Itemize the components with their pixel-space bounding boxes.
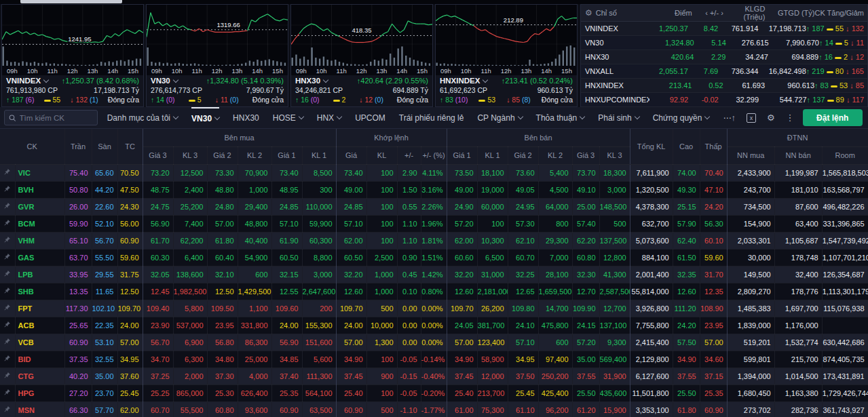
ask-price-1[interactable]: 34.90: [447, 351, 477, 368]
bid-price-3[interactable]: 56.90: [143, 215, 173, 232]
ask-price-2[interactable]: 12.65: [508, 283, 538, 300]
ask-price-1[interactable]: 32.20: [447, 266, 477, 283]
bid-price-1[interactable]: 24.00: [271, 317, 302, 334]
index-row-vn30[interactable]: VN301,324.805.14276.6157,990.670↑ 14 5 ↓…: [581, 36, 867, 50]
ask-price-1[interactable]: 62.00: [447, 232, 477, 249]
bid-price-1[interactable]: 61.90: [271, 232, 302, 249]
bid-price-3[interactable]: 48.75: [143, 181, 173, 198]
ask-price-3[interactable]: 12.70: [572, 283, 599, 300]
pin-icon[interactable]: [0, 266, 15, 283]
match-price[interactable]: 57.10: [336, 215, 366, 232]
bid-price-2[interactable]: 60.40: [207, 249, 238, 266]
ask-price-1[interactable]: 61.00: [447, 401, 477, 417]
bid-price-1[interactable]: 37.40: [271, 368, 302, 384]
ask-price-3[interactable]: 62.20: [572, 232, 599, 249]
match-price[interactable]: 24.00: [336, 317, 366, 334]
pin-icon[interactable]: [0, 283, 15, 300]
bid-price-1[interactable]: 48.95: [271, 181, 302, 198]
ask-price-2[interactable]: 109.80: [508, 300, 538, 317]
ask-price-3[interactable]: 73.70: [572, 164, 599, 181]
bid-price-1[interactable]: 25.35: [271, 384, 302, 401]
match-price[interactable]: 24.85: [336, 198, 366, 215]
index-row-hnx30[interactable]: HNX30420.642.2934.247694.889↑ 16 2 ↓ 12: [581, 50, 867, 64]
bid-price-2[interactable]: 24.80: [207, 198, 238, 215]
index-row-vnindex[interactable]: VNINDEX1,250.378.42761.91417,198.713↑ 18…: [581, 22, 867, 36]
ask-price-3[interactable]: 35.00: [572, 351, 599, 368]
ticker-cell[interactable]: GVR: [15, 198, 64, 215]
index-row-vnxall[interactable]: VNXALL2,055.177.69736.34416,842.498↑ 219…: [581, 64, 867, 79]
index-name-button-hnxindex[interactable]: HNXINDEX: [440, 77, 487, 85]
nav-item-chung-quyen[interactable]: Chứng quyền: [653, 107, 710, 129]
bid-price-1[interactable]: 24.85: [271, 198, 302, 215]
ask-price-2[interactable]: 32.25: [508, 266, 538, 283]
bid-price-3[interactable]: 73.20: [143, 164, 173, 181]
ask-price-3[interactable]: 61.20: [572, 401, 599, 417]
ask-price-3[interactable]: 24.15: [572, 317, 599, 334]
ask-price-2[interactable]: 60.70: [508, 249, 538, 266]
bid-price-2[interactable]: 61.80: [207, 232, 238, 249]
bid-price-1[interactable]: 60.90: [271, 401, 302, 417]
nav-item-vn30[interactable]: VN30: [191, 107, 219, 129]
bid-price-1[interactable]: 34.85: [271, 351, 302, 368]
ask-price-2[interactable]: 24.95: [508, 198, 538, 215]
ask-price-1[interactable]: 25.40: [447, 384, 477, 401]
bid-price-1[interactable]: 73.40: [271, 164, 302, 181]
ask-price-2[interactable]: 61.10: [508, 401, 538, 417]
ask-price-3[interactable]: 32.30: [572, 266, 599, 283]
ticker-cell[interactable]: BVH: [15, 181, 64, 198]
bid-price-2[interactable]: 57.00: [207, 215, 238, 232]
bid-price-2[interactable]: 73.30: [207, 164, 238, 181]
ask-price-2[interactable]: 37.50: [508, 368, 538, 384]
match-price[interactable]: 60.90: [336, 401, 366, 417]
pin-icon[interactable]: [0, 249, 15, 266]
chevron-left-icon[interactable]: ‹: [705, 9, 708, 17]
ask-price-1[interactable]: 12.60: [447, 283, 477, 300]
match-price[interactable]: 12.60: [336, 283, 366, 300]
ticker-cell[interactable]: HPG: [15, 384, 64, 401]
bid-price-3[interactable]: 32.05: [143, 266, 173, 283]
bid-price-3[interactable]: 23.90: [143, 317, 173, 334]
pin-icon[interactable]: [0, 384, 15, 401]
pin-icon[interactable]: [0, 215, 15, 232]
ask-price-1[interactable]: 73.50: [447, 164, 477, 181]
match-price[interactable]: 32.20: [336, 266, 366, 283]
match-price[interactable]: 57.00: [336, 334, 366, 351]
index-name-button-hnx30[interactable]: HNX30: [295, 77, 328, 85]
bid-price-3[interactable]: 56.70: [143, 334, 173, 351]
nav-item-upcom[interactable]: UPCOM: [355, 107, 385, 129]
ask-price-3[interactable]: 57.20: [572, 334, 599, 351]
match-price[interactable]: 62.00: [336, 232, 366, 249]
search-box[interactable]: [4, 110, 98, 125]
ask-price-3[interactable]: 25.50: [572, 384, 599, 401]
bid-price-2[interactable]: 32.10: [207, 266, 238, 283]
pin-icon[interactable]: [0, 232, 15, 249]
ticker-cell[interactable]: ACB: [15, 317, 64, 334]
ask-price-1[interactable]: 57.20: [447, 215, 477, 232]
ticker-cell[interactable]: FPT: [15, 300, 64, 317]
ask-price-3[interactable]: 25.00: [572, 198, 599, 215]
bid-price-1[interactable]: 109.60: [271, 300, 302, 317]
match-price[interactable]: 60.50: [336, 249, 366, 266]
ask-price-2[interactable]: 73.60: [508, 164, 538, 181]
pin-icon[interactable]: [0, 334, 15, 351]
search-input[interactable]: [20, 114, 93, 122]
ticker-cell[interactable]: LPB: [15, 266, 64, 283]
bid-price-1[interactable]: 12.55: [271, 283, 302, 300]
nav-item-danh-muc-cua-toi[interactable]: Danh mục của tôi: [107, 107, 178, 129]
nav-item-thoa-thuan[interactable]: Thỏa thuận: [536, 107, 585, 129]
pin-icon[interactable]: [0, 368, 15, 384]
ask-price-2[interactable]: 34.95: [508, 351, 538, 368]
place-order-button[interactable]: Đặt lệnh: [803, 109, 863, 126]
bid-price-3[interactable]: 60.70: [143, 401, 173, 417]
pin-icon[interactable]: [0, 317, 15, 334]
bid-price-3[interactable]: 25.25: [143, 384, 173, 401]
nav-item-trai-phieu-rieng-le[interactable]: Trái phiếu riêng lẻ: [399, 107, 464, 129]
bid-price-2[interactable]: 34.80: [207, 351, 238, 368]
pin-icon[interactable]: [0, 181, 15, 198]
ticker-cell[interactable]: CTG: [15, 368, 64, 384]
ask-price-1[interactable]: 24.90: [447, 198, 477, 215]
ask-price-2[interactable]: 57.30: [508, 215, 538, 232]
ask-price-1[interactable]: 57.00: [447, 334, 477, 351]
bid-price-1[interactable]: 57.10: [271, 215, 302, 232]
nav-item-more[interactable]: ⋯: [723, 107, 731, 129]
